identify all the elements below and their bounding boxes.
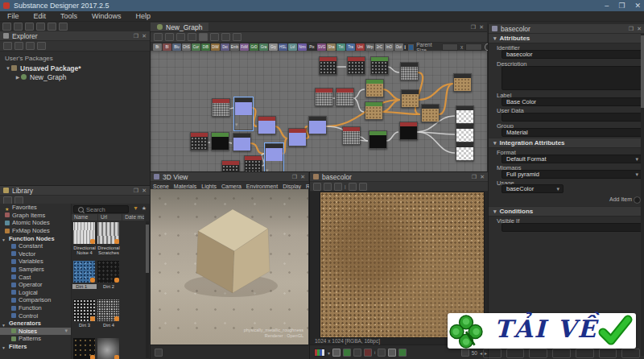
menu-item[interactable]: Tools (53, 12, 85, 20)
node-shortcut-chip[interactable]: Emb (230, 43, 239, 51)
size-height-field[interactable] (465, 43, 481, 51)
package-row[interactable]: ▼ Unsaved Package* (0, 64, 150, 72)
view3d-menu-item[interactable]: Scene (151, 184, 171, 189)
menu-item[interactable]: Edit (27, 12, 54, 20)
library-scrollbar[interactable] (146, 221, 149, 358)
zoom-icon[interactable] (188, 33, 196, 41)
open-icon[interactable] (14, 23, 23, 31)
graph-tab[interactable]: New_Graph (151, 23, 208, 31)
add-item-icon[interactable] (634, 196, 641, 204)
node-shortcut-chip[interactable]: Gra (259, 43, 268, 51)
column-header[interactable]: Name (72, 214, 98, 221)
search-input[interactable]: Search (73, 205, 129, 213)
graph-node[interactable] (221, 160, 240, 171)
maximize-button[interactable]: ❐ (618, 2, 625, 10)
node-shortcut-chip[interactable]: Pix (308, 43, 316, 51)
graph-row[interactable]: ▶ New_Graph (0, 72, 150, 81)
identifier-input[interactable]: basecolor (502, 50, 642, 59)
color-space-icon[interactable] (343, 349, 351, 357)
library-item[interactable]: Dirt 2 (97, 260, 121, 299)
view3d-menu-item[interactable]: Environment (244, 184, 280, 189)
actual-size-icon[interactable] (388, 349, 396, 357)
graph-node[interactable] (265, 143, 283, 171)
filter-icon[interactable]: ▼ (133, 205, 138, 211)
library-tree-item[interactable]: Noises (0, 328, 71, 336)
background-toggle-icon[interactable] (332, 349, 341, 357)
view3d-menu-item[interactable]: Camera (219, 184, 244, 189)
panel-close-icon[interactable]: ✕ (479, 24, 484, 31)
node-shortcut-chip[interactable]: Cur (192, 43, 200, 51)
node-shortcut-chip[interactable]: Out (394, 43, 403, 51)
library-tree-item[interactable]: FxMap Nodes (0, 227, 71, 235)
filter-toggle-icon[interactable] (398, 349, 407, 357)
fit-view-icon[interactable] (461, 349, 469, 357)
graph-node[interactable] (233, 133, 251, 151)
column-header[interactable]: Url (98, 214, 122, 221)
focus-icon[interactable] (176, 33, 185, 41)
library-refresh-icon[interactable] (3, 196, 12, 204)
parent-size-checkbox[interactable] (408, 44, 414, 51)
tiling-icon[interactable] (359, 183, 367, 191)
size-width-field[interactable] (442, 43, 458, 51)
settings-icon[interactable] (233, 33, 242, 41)
graph-node[interactable] (315, 88, 333, 106)
graph-node[interactable] (365, 79, 384, 97)
new-icon[interactable] (2, 23, 11, 31)
info-icon[interactable]: i (404, 43, 406, 51)
menu-item[interactable]: Help (129, 12, 159, 20)
tiling-toggle-icon[interactable] (364, 349, 372, 357)
transform-icon[interactable] (349, 183, 357, 191)
back-icon[interactable] (14, 42, 23, 50)
usage-name-select[interactable]: baseColor (502, 184, 564, 193)
node-shortcut-chip[interactable]: Nrm (298, 43, 307, 51)
library-tree-item[interactable]: Graph Items (0, 212, 71, 220)
section-attributes[interactable]: Attributes (489, 33, 644, 43)
section-conditions[interactable]: Conditions (489, 206, 644, 217)
graph-node[interactable] (453, 73, 472, 92)
panel-float-icon[interactable]: ❐ (471, 24, 476, 31)
library-item[interactable]: Dirt 1 (72, 260, 97, 299)
graph-node[interactable] (456, 105, 474, 124)
user-data-input[interactable] (502, 113, 642, 122)
node-shortcut-chip[interactable]: Gry (269, 43, 278, 51)
attributes-tab-label[interactable]: basecolor (501, 25, 530, 33)
panel-close-icon[interactable]: ✕ (142, 188, 147, 194)
library-tree-item[interactable]: Cast (0, 273, 71, 281)
graph-node[interactable] (401, 89, 419, 108)
save-icon[interactable] (25, 23, 34, 31)
visible-if-input[interactable] (502, 223, 644, 232)
node-shortcut-chip[interactable]: DiB (201, 43, 210, 51)
graph-node[interactable] (347, 56, 365, 75)
menu-item[interactable]: Windows (85, 12, 129, 20)
node-shortcut-chip[interactable]: Dst (221, 43, 229, 51)
node-shortcut-chip[interactable]: DiW (211, 43, 220, 51)
favorite-filter-icon[interactable]: ★ (142, 205, 147, 212)
library-item[interactable]: Directional Noise 4 (72, 221, 97, 260)
library-tree-item[interactable]: Constant (0, 242, 71, 250)
panel-float-icon[interactable]: ❐ (292, 174, 297, 180)
node-shortcut-chip[interactable]: Bl (163, 43, 171, 51)
node-shortcut-chip[interactable]: HSL (279, 43, 287, 51)
graph-node[interactable] (370, 56, 389, 75)
minimize-button[interactable]: – (605, 2, 609, 10)
section-integration-attributes[interactable]: Integration Attributes (489, 138, 644, 148)
library-item[interactable]: Dirt 4 (97, 299, 121, 337)
node-shortcut-chip[interactable]: Txt (336, 43, 345, 51)
view3d-menu-item[interactable]: Materials (171, 184, 199, 189)
graph-node[interactable] (369, 130, 387, 149)
node-shortcut-chip[interactable]: Wrp (365, 43, 374, 51)
library-tree-item[interactable]: Control (0, 312, 71, 320)
viewport-3d[interactable]: physically_metallic_roughness Renderer :… (151, 189, 308, 345)
info-toggle-icon[interactable]: i (374, 350, 375, 355)
library-item[interactable]: Dirt Gradient (97, 337, 121, 359)
format-select[interactable]: Default Format (502, 155, 642, 163)
library-tree-item[interactable]: Function Nodes (0, 234, 71, 242)
channels-dropdown-icon[interactable]: ▾ (328, 350, 330, 356)
graph-node[interactable] (258, 116, 276, 134)
graph-node[interactable] (190, 132, 208, 151)
view3d-options-icon[interactable] (155, 349, 163, 357)
panel-float-icon[interactable]: ❐ (134, 33, 138, 39)
zoom-out-icon[interactable]: ◂ (480, 350, 482, 356)
node-shortcut-chip[interactable]: SVG (317, 43, 326, 51)
graph-node[interactable] (288, 128, 307, 146)
